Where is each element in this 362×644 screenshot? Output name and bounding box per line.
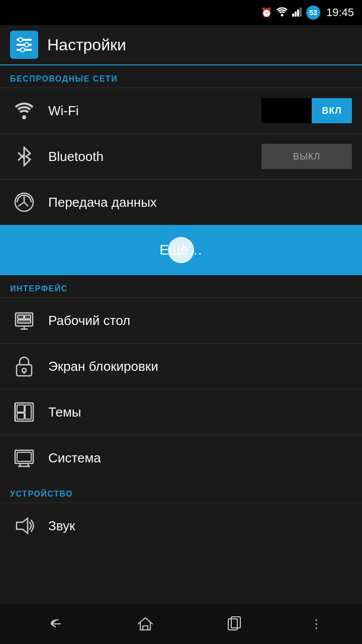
status-bar: ⏰ 53 19:45 (0, 0, 362, 25)
status-time: 19:45 (326, 6, 354, 19)
svg-rect-2 (295, 12, 297, 17)
lockscreen-item[interactable]: Экран блокировки (0, 344, 362, 389)
bluetooth-toggle-label: ВЫКЛ (261, 151, 352, 162)
recents-button[interactable] (220, 609, 250, 639)
more-item[interactable]: Ещё… (0, 225, 362, 275)
svg-rect-30 (17, 452, 31, 461)
themes-item[interactable]: Темы (0, 389, 362, 435)
desktop-item[interactable]: Рабочий стол (0, 298, 362, 343)
wifi-toggle-dark (261, 98, 312, 123)
section-header-wireless: БЕСПРОВОДНЫЕ СЕТИ (0, 65, 362, 88)
svg-rect-3 (297, 10, 299, 17)
data-transfer-label: Передача данных (48, 195, 352, 210)
bluetooth-item[interactable]: Bluetooth ВЫКЛ (0, 134, 362, 179)
wifi-status-icon (276, 7, 288, 19)
svg-rect-25 (17, 405, 24, 412)
wifi-icon (10, 97, 38, 125)
bluetooth-label: Bluetooth (48, 149, 261, 165)
wifi-label: Wi-Fi (48, 103, 261, 119)
settings-icon (10, 31, 38, 59)
desktop-label: Рабочий стол (48, 313, 352, 329)
svg-point-9 (25, 43, 29, 47)
bluetooth-toggle[interactable]: ВЫКЛ (261, 144, 352, 169)
more-circle (168, 237, 194, 263)
main-content: Настройки БЕСПРОВОДНЫЕ СЕТИ Wi-Fi ВКЛ (0, 25, 362, 604)
wifi-toggle-label: ВКЛ (312, 98, 352, 123)
svg-rect-35 (143, 626, 148, 630)
system-label: Система (48, 450, 352, 466)
svg-rect-1 (292, 14, 294, 17)
svg-marker-34 (17, 518, 28, 533)
desktop-icon (10, 306, 38, 335)
lockscreen-label: Экран блокировки (48, 359, 352, 374)
back-button[interactable] (40, 609, 70, 639)
svg-point-10 (21, 48, 25, 52)
wifi-item[interactable]: Wi-Fi ВКЛ (0, 88, 362, 133)
clock-icon: ⏰ (261, 7, 272, 18)
lock-icon (10, 352, 38, 380)
wifi-toggle-on[interactable]: ВКЛ (261, 98, 352, 123)
sound-item[interactable]: Звук (0, 503, 362, 548)
home-button[interactable] (130, 609, 160, 639)
nav-bar: ⋮ (0, 604, 362, 644)
svg-rect-26 (17, 413, 24, 419)
section-header-device: УСТРОЙСТВО (0, 480, 362, 503)
sound-icon (10, 512, 38, 540)
wifi-toggle[interactable]: ВКЛ (261, 98, 352, 123)
svg-point-8 (19, 38, 23, 42)
svg-point-11 (22, 115, 26, 119)
svg-point-0 (281, 14, 283, 17)
data-transfer-icon (10, 188, 38, 216)
signal-icon (292, 7, 302, 19)
page-title: Настройки (47, 36, 126, 54)
system-item[interactable]: Система (0, 435, 362, 480)
more-options-button[interactable]: ⋮ (310, 617, 322, 631)
data-transfer-item[interactable]: Передача данных (0, 180, 362, 225)
themes-icon (10, 398, 38, 426)
svg-rect-4 (300, 8, 302, 17)
themes-label: Темы (48, 405, 352, 420)
title-bar: Настройки (0, 25, 362, 65)
bluetooth-icon (10, 142, 38, 171)
svg-rect-27 (25, 405, 31, 419)
section-header-interface: ИНТЕРФЕЙС (0, 275, 362, 297)
system-icon (10, 444, 38, 472)
svg-rect-21 (17, 365, 32, 376)
bluetooth-toggle-off[interactable]: ВЫКЛ (261, 144, 352, 169)
battery-level: 53 (306, 6, 320, 20)
sound-label: Звук (48, 518, 352, 534)
